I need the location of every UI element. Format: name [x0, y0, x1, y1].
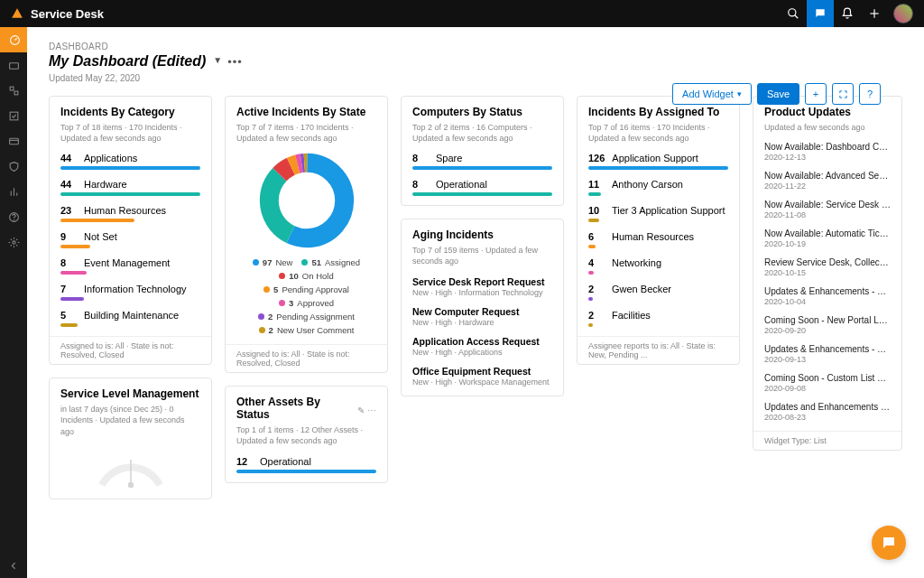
- card-subtitle: Updated a few seconds ago: [764, 122, 891, 133]
- list-item[interactable]: Updates and Enhancements – August 23rd..…: [764, 402, 891, 422]
- card-product-updates: Product Updates Updated a few seconds ag…: [753, 96, 902, 451]
- add-button[interactable]: +: [805, 83, 827, 105]
- add-widget-button[interactable]: Add Widget▾: [672, 83, 752, 105]
- more-icon[interactable]: •••: [227, 55, 243, 69]
- stat-row[interactable]: 9Not Set: [60, 231, 200, 248]
- svg-point-18: [127, 482, 133, 488]
- stat-label: Human Resources: [612, 231, 694, 242]
- stat-bar: [588, 166, 728, 170]
- save-button[interactable]: Save: [757, 83, 799, 105]
- nav-card-icon[interactable]: [0, 128, 27, 154]
- item-title: Now Available: Service Desk & Jamf Integ…: [764, 200, 891, 210]
- svg-point-15: [14, 219, 14, 220]
- stat-row[interactable]: 11Anthony Carson: [588, 179, 728, 196]
- legend-dot-icon: [253, 259, 259, 266]
- stat-row[interactable]: 126Application Support: [588, 153, 728, 170]
- stat-row[interactable]: 10Tier 3 Application Support: [588, 205, 728, 222]
- stat-label: Event Management: [84, 257, 170, 268]
- stat-value: 2: [588, 284, 605, 294]
- card-by-assigned: Incidents By Assigned To Top 7 of 16 ite…: [577, 96, 740, 365]
- nav-help-icon[interactable]: [0, 204, 27, 229]
- more-icon[interactable]: ⋯: [367, 406, 376, 415]
- nav-collapse-icon[interactable]: [0, 553, 27, 578]
- fullscreen-icon[interactable]: [832, 83, 854, 105]
- stat-row[interactable]: 2Facilities: [588, 310, 728, 327]
- item-date: 2020-09-13: [764, 355, 891, 364]
- dropdown-icon[interactable]: ▼: [213, 55, 222, 69]
- svg-point-0: [789, 9, 796, 16]
- card-subtitle: Top 7 of 16 items · 170 Incidents · Upda…: [588, 122, 728, 144]
- svg-rect-9: [9, 138, 18, 144]
- edit-icon[interactable]: ✎: [357, 406, 365, 415]
- legend-item: 2 Pending Assignment: [258, 312, 355, 322]
- search-icon[interactable]: [780, 0, 807, 27]
- item-meta: New · High · Applications: [412, 348, 552, 357]
- nav-reports-icon[interactable]: [0, 179, 27, 204]
- card-title: Aging Incidents: [412, 228, 552, 241]
- help-button[interactable]: ?: [859, 83, 881, 105]
- nav-checklist-icon[interactable]: [0, 103, 27, 128]
- card-title: Other Assets By Status: [236, 396, 355, 421]
- card-footer: Assigned to is: All · State is not: Reso…: [50, 336, 211, 364]
- item-title: Updates & Enhancements - October 4th 20.…: [764, 286, 891, 296]
- stat-row[interactable]: 8Event Management: [60, 257, 200, 275]
- list-item[interactable]: Review Service Desk, Collect up to $1302…: [764, 257, 891, 277]
- list-item[interactable]: Now Available: Advanced Service Statisti…: [764, 171, 891, 191]
- stat-bar: [60, 219, 134, 222]
- page-title: My Dashboard (Edited): [49, 53, 206, 70]
- list-item[interactable]: Updates & Enhancements - October 4th 20.…: [764, 286, 891, 306]
- item-date: 2020-10-04: [764, 297, 891, 306]
- item-title: Coming Soon - Custom List Views and Cust…: [764, 373, 891, 383]
- stat-label: Spare: [436, 153, 462, 163]
- item-date: 2020-08-23: [764, 413, 891, 422]
- stat-label: Gwen Becker: [612, 284, 671, 294]
- item-date: 2020-11-08: [764, 210, 891, 219]
- stat-row[interactable]: 8Spare: [412, 153, 552, 170]
- stat-bar: [588, 192, 601, 196]
- nav-tickets-icon[interactable]: [0, 52, 27, 78]
- list-item[interactable]: Now Available: Automatic Ticket Assignme…: [764, 228, 891, 248]
- stat-row[interactable]: 44Applications: [60, 153, 200, 170]
- nav-settings-icon[interactable]: [0, 229, 27, 255]
- stat-bar: [412, 192, 552, 196]
- list-item[interactable]: Coming Soon - New Portal Layout2020-09-2…: [764, 315, 891, 335]
- stat-row[interactable]: 5Building Maintenance: [60, 310, 200, 327]
- stat-row[interactable]: 7Information Technology: [60, 284, 200, 301]
- stat-row[interactable]: 6Human Resources: [588, 231, 728, 248]
- nav-assets-icon[interactable]: [0, 78, 27, 103]
- stat-row[interactable]: 2Gwen Becker: [588, 284, 728, 301]
- stat-row[interactable]: 44Hardware: [60, 179, 200, 196]
- list-item[interactable]: Service Desk Report RequestNew · High · …: [412, 276, 552, 297]
- stat-label: Networking: [612, 257, 661, 268]
- stat-bar: [588, 323, 593, 327]
- list-item[interactable]: Application Access RequestNew · High · A…: [412, 336, 552, 357]
- svg-line-1: [795, 15, 799, 19]
- card-subtitle: Top 7 of 159 items · Updated a few secon…: [412, 245, 552, 266]
- nav-dashboard-icon[interactable]: [0, 27, 27, 52]
- stat-value: 126: [588, 153, 605, 163]
- list-item[interactable]: Office Equipment RequestNew · High · Wor…: [412, 366, 552, 387]
- list-item[interactable]: Now Available: Service Desk & Jamf Integ…: [764, 200, 891, 219]
- stat-value: 44: [60, 153, 77, 163]
- nav-shield-icon[interactable]: [0, 154, 27, 179]
- bell-icon[interactable]: [834, 0, 861, 27]
- stat-label: Tier 3 Application Support: [612, 205, 725, 216]
- plus-icon[interactable]: [861, 0, 888, 27]
- list-item[interactable]: Now Available: Dashboard Custom Inciden.…: [764, 142, 891, 162]
- svg-rect-6: [10, 87, 14, 90]
- list-item[interactable]: New Computer RequestNew · High · Hardwar…: [412, 306, 552, 327]
- list-item[interactable]: Updates & Enhancements - September 13t..…: [764, 344, 891, 364]
- legend-dot-icon: [259, 327, 265, 333]
- stat-row[interactable]: 23Human Resources: [60, 205, 200, 222]
- stat-bar: [60, 192, 200, 196]
- stat-value: 44: [60, 179, 77, 190]
- chat-icon[interactable]: [807, 0, 834, 27]
- stat-row[interactable]: 8Operational: [412, 179, 552, 196]
- list-item[interactable]: Coming Soon - Custom List Views and Cust…: [764, 373, 891, 393]
- card-title: Incidents By Category: [60, 106, 200, 118]
- avatar[interactable]: [893, 4, 913, 23]
- stat-row[interactable]: 12Operational: [236, 456, 376, 473]
- stat-label: Anthony Carson: [612, 179, 683, 190]
- chat-fab-icon[interactable]: [872, 526, 906, 560]
- stat-row[interactable]: 4Networking: [588, 257, 728, 275]
